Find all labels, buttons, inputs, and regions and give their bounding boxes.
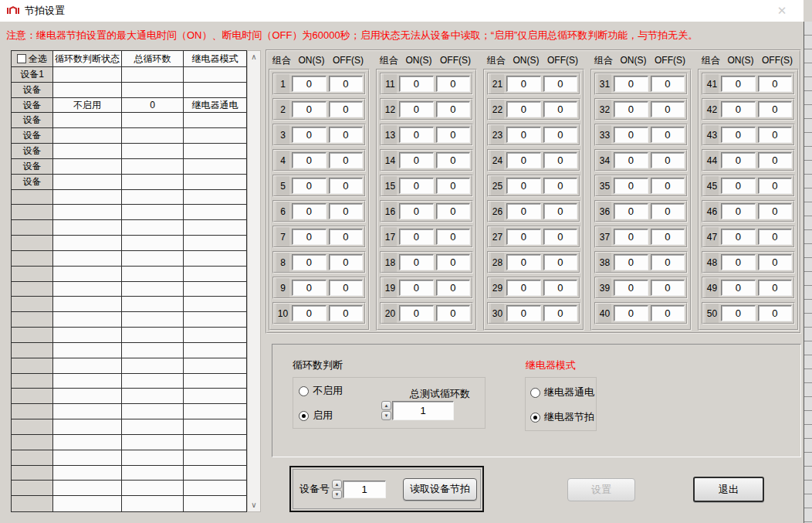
on-seconds-input[interactable]: 0 [292, 76, 326, 92]
exit-button[interactable]: 退出 [693, 477, 764, 502]
off-seconds-input[interactable]: 0 [651, 280, 685, 296]
on-seconds-input[interactable]: 0 [506, 229, 541, 245]
device-row-label[interactable] [12, 343, 53, 358]
on-seconds-input[interactable]: 0 [614, 254, 648, 270]
off-seconds-input[interactable]: 0 [543, 127, 578, 143]
on-seconds-input[interactable]: 0 [399, 229, 434, 245]
off-seconds-input[interactable]: 0 [758, 178, 793, 194]
off-seconds-input[interactable]: 0 [651, 229, 685, 245]
device-row-label[interactable] [12, 220, 53, 236]
on-seconds-input[interactable]: 0 [292, 178, 326, 194]
on-seconds-input[interactable]: 0 [506, 254, 541, 270]
off-seconds-input[interactable]: 0 [758, 254, 793, 270]
off-seconds-input[interactable]: 0 [543, 229, 578, 245]
off-seconds-input[interactable]: 0 [543, 305, 578, 321]
off-seconds-input[interactable]: 0 [543, 76, 578, 92]
off-seconds-input[interactable]: 0 [436, 305, 471, 321]
select-all-cell[interactable]: 全选 [12, 51, 53, 67]
on-seconds-input[interactable]: 0 [292, 254, 326, 270]
on-seconds-input[interactable]: 0 [506, 152, 541, 168]
device-row-label[interactable] [12, 404, 53, 419]
off-seconds-input[interactable]: 0 [543, 178, 578, 194]
off-seconds-input[interactable]: 0 [543, 101, 578, 117]
device-row-label[interactable] [12, 328, 53, 343]
radio-relay-beat[interactable]: 继电器节拍 [530, 410, 594, 424]
device-row-label[interactable] [12, 466, 53, 481]
off-seconds-input[interactable]: 0 [651, 127, 685, 143]
device-row-label[interactable] [12, 312, 53, 328]
on-seconds-input[interactable]: 0 [721, 229, 756, 245]
on-seconds-input[interactable]: 0 [399, 101, 434, 117]
on-seconds-input[interactable]: 0 [721, 76, 756, 92]
on-seconds-input[interactable]: 0 [506, 178, 541, 194]
off-seconds-input[interactable]: 0 [436, 76, 471, 92]
off-seconds-input[interactable]: 0 [758, 305, 793, 321]
off-seconds-input[interactable]: 0 [758, 203, 793, 219]
on-seconds-input[interactable]: 0 [399, 305, 434, 321]
table-scrollbar[interactable]: ∧ ∨ [247, 50, 261, 512]
device-row-label[interactable] [12, 450, 53, 466]
on-seconds-input[interactable]: 0 [506, 76, 541, 92]
off-seconds-input[interactable]: 0 [758, 229, 793, 245]
spin-up-icon[interactable]: ▲ [332, 480, 342, 489]
off-seconds-input[interactable]: 0 [329, 203, 364, 219]
on-seconds-input[interactable]: 0 [614, 178, 648, 194]
on-seconds-input[interactable]: 0 [721, 280, 756, 296]
device-row-label[interactable] [12, 190, 53, 205]
device-row-label[interactable] [12, 236, 53, 251]
on-seconds-input[interactable]: 0 [506, 280, 541, 296]
off-seconds-input[interactable]: 0 [758, 76, 793, 92]
radio-relay-power[interactable]: 继电器通电 [530, 385, 594, 399]
on-seconds-input[interactable]: 0 [292, 305, 326, 321]
on-seconds-input[interactable]: 0 [506, 101, 541, 117]
spin-down-icon[interactable]: ▼ [381, 411, 391, 420]
off-seconds-input[interactable]: 0 [329, 76, 364, 92]
device-row-label[interactable]: 设备 [12, 113, 53, 128]
on-seconds-input[interactable]: 0 [721, 305, 756, 321]
on-seconds-input[interactable]: 0 [292, 127, 326, 143]
off-seconds-input[interactable]: 0 [436, 178, 471, 194]
on-seconds-input[interactable]: 0 [721, 152, 756, 168]
off-seconds-input[interactable]: 0 [329, 127, 364, 143]
radio-cycle-disable[interactable]: 不启用 [299, 384, 343, 398]
off-seconds-input[interactable]: 0 [758, 280, 793, 296]
radio-cycle-enable[interactable]: 启用 [299, 409, 333, 423]
on-seconds-input[interactable]: 0 [614, 101, 648, 117]
off-seconds-input[interactable]: 0 [436, 127, 471, 143]
on-seconds-input[interactable]: 0 [292, 152, 326, 168]
device-row-label[interactable]: 设备 [12, 159, 53, 175]
off-seconds-input[interactable]: 0 [436, 280, 471, 296]
off-seconds-input[interactable]: 0 [758, 101, 793, 117]
on-seconds-input[interactable]: 0 [292, 101, 326, 117]
device-row-label[interactable] [12, 496, 53, 511]
off-seconds-input[interactable]: 0 [543, 203, 578, 219]
read-device-beat-button[interactable]: 读取设备节拍 [403, 478, 477, 501]
device-row-label[interactable] [12, 389, 53, 404]
set-button[interactable]: 设置 [567, 478, 635, 501]
on-seconds-input[interactable]: 0 [614, 229, 648, 245]
on-seconds-input[interactable]: 0 [614, 203, 648, 219]
on-seconds-input[interactable]: 0 [721, 101, 756, 117]
off-seconds-input[interactable]: 0 [329, 229, 364, 245]
on-seconds-input[interactable]: 0 [292, 229, 326, 245]
on-seconds-input[interactable]: 0 [399, 152, 434, 168]
off-seconds-input[interactable]: 0 [436, 152, 471, 168]
select-all-checkbox[interactable] [17, 54, 26, 63]
device-row-label[interactable] [12, 282, 53, 297]
on-seconds-input[interactable]: 0 [614, 152, 648, 168]
on-seconds-input[interactable]: 0 [721, 254, 756, 270]
on-seconds-input[interactable]: 0 [506, 305, 541, 321]
on-seconds-input[interactable]: 0 [399, 203, 434, 219]
off-seconds-input[interactable]: 0 [329, 178, 364, 194]
device-row-label[interactable]: 设备 [12, 98, 53, 114]
device-row-label[interactable] [12, 481, 53, 496]
off-seconds-input[interactable]: 0 [329, 280, 364, 296]
off-seconds-input[interactable]: 0 [651, 76, 685, 92]
off-seconds-input[interactable]: 0 [329, 254, 364, 270]
on-seconds-input[interactable]: 0 [506, 127, 541, 143]
on-seconds-input[interactable]: 0 [614, 305, 648, 321]
off-seconds-input[interactable]: 0 [436, 229, 471, 245]
off-seconds-input[interactable]: 0 [543, 280, 578, 296]
on-seconds-input[interactable]: 0 [614, 76, 648, 92]
close-icon[interactable]: ✕ [771, 2, 793, 19]
